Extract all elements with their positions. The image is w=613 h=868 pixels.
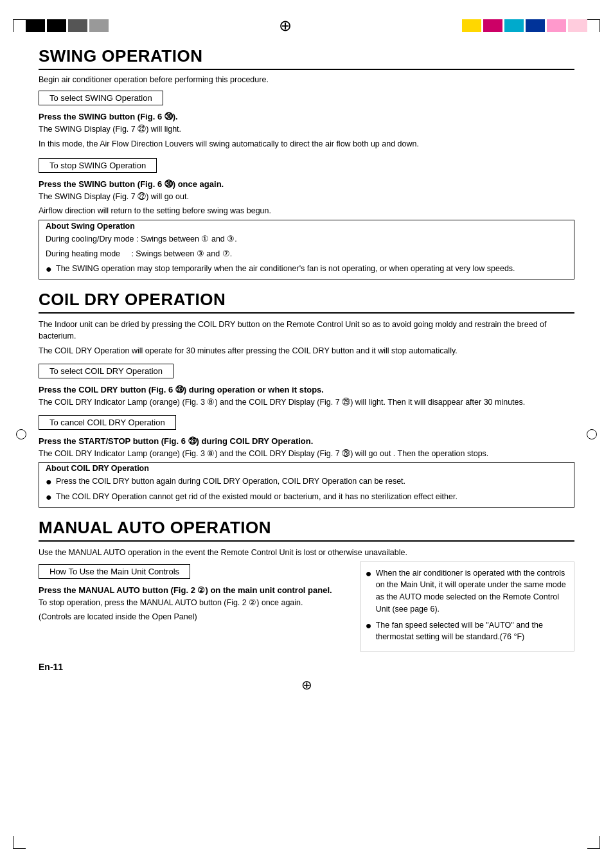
coil-dry-title: COIL DRY OPERATION <box>39 290 574 314</box>
about-swing-line2: During heating mode : Swings between ③ a… <box>46 248 567 260</box>
manual-auto-left-col: How To Use the Main Unit Controls Press … <box>39 562 350 626</box>
manual-auto-note2: ● The fan speed selected will be "AUTO" … <box>366 619 569 644</box>
about-coildry-box: About COIL DRY Operation ● Press the COI… <box>39 462 574 507</box>
color-block-cyan <box>504 19 524 32</box>
manual-auto-note1-text: When the air conditioner is operated wit… <box>376 567 569 616</box>
side-reg-right <box>587 429 597 439</box>
color-block-black1 <box>26 19 45 32</box>
bullet-dot-icon-5: ● <box>366 619 376 632</box>
color-block-pink <box>547 19 566 32</box>
corner-mark-tr <box>587 19 600 32</box>
color-block-lgray <box>89 19 109 32</box>
coildry-bullet1: ● Press the COIL DRY button again during… <box>46 475 567 488</box>
color-block-lightpink <box>568 19 587 32</box>
swing-operation-section: SWING OPERATION Begin air conditioner op… <box>39 46 574 279</box>
select-swing-box: To select SWING Operation <box>39 91 163 105</box>
select-swing-text2: In this mode, the Air Flow Direction Lou… <box>39 138 574 150</box>
how-to-box: How To Use the Main Unit Controls <box>39 564 190 579</box>
select-swing-label: To select SWING Operation <box>49 93 152 103</box>
cancel-coildry-label: To cancel COIL DRY Operation <box>49 418 165 427</box>
manual-auto-note1: ● When the air conditioner is operated w… <box>366 567 569 616</box>
coildry-bullet2-text: The COIL DRY Operation cannot get rid of… <box>56 491 458 503</box>
select-swing-text1: The SWING Display (Fig. 7 ㉒) will light. <box>39 123 574 136</box>
bullet-dot-icon-3: ● <box>46 491 56 503</box>
manual-auto-note2-text: The fan speed selected will be "AUTO" an… <box>376 619 569 644</box>
top-bar: ⊕ <box>0 13 613 39</box>
stop-swing-text2: Airflow direction will return to the set… <box>39 205 574 217</box>
manual-auto-press-heading: Press the MANUAL AUTO button (Fig. 2 ②) … <box>39 585 350 595</box>
coil-dry-intro2: The COIL DRY Operation will operate for … <box>39 345 574 357</box>
stop-swing-text1: The SWING Display (Fig. 7 ㉒) will go out… <box>39 191 574 203</box>
cancel-coildry-box: To cancel COIL DRY Operation <box>39 415 176 430</box>
select-coildry-heading: Press the COIL DRY button (Fig. 6 ㉘) dur… <box>39 385 574 394</box>
about-swing-bullet1: ● The SWING operation may stop temporari… <box>46 263 567 275</box>
color-block-black2 <box>47 19 66 32</box>
top-reg-mark: ⊕ <box>279 17 292 35</box>
color-block-yellow <box>462 19 481 32</box>
coildry-bullet1-text: Press the COIL DRY button again during C… <box>56 475 405 488</box>
right-color-bar <box>462 19 587 32</box>
manual-auto-right-col: ● When the air conditioner is operated w… <box>360 562 574 652</box>
bottom-reg-mark: ⊕ <box>0 677 613 693</box>
corner-mark-bl <box>13 836 26 849</box>
about-swing-line1: During cooling/Dry mode : Swings between… <box>46 233 567 245</box>
about-swing-bullet1-text: The SWING operation may stop temporarily… <box>56 263 515 275</box>
swing-intro: Begin air conditioner operation before p… <box>39 75 574 84</box>
manual-auto-two-col: How To Use the Main Unit Controls Press … <box>39 562 574 652</box>
coil-dry-section: COIL DRY OPERATION The Indoor unit can b… <box>39 290 574 508</box>
about-swing-box: About Swing Operation During cooling/Dry… <box>39 220 574 279</box>
how-to-label: How To Use the Main Unit Controls <box>49 567 179 576</box>
stop-swing-box: To stop SWING Operation <box>39 158 157 173</box>
about-coildry-title: About COIL DRY Operation <box>46 464 567 473</box>
bullet-dot-icon: ● <box>46 263 56 275</box>
select-coildry-text: The COIL DRY Indicator Lamp (orange) (Fi… <box>39 396 574 409</box>
manual-auto-section: MANUAL AUTO OPERATION Use the MANUAL AUT… <box>39 518 574 651</box>
stop-swing-heading: Press the SWING button (Fig. 6 ㉚) once a… <box>39 179 574 189</box>
about-swing-title: About Swing Operation <box>46 222 567 231</box>
side-reg-left <box>16 429 26 439</box>
swing-operation-title: SWING OPERATION <box>39 46 574 70</box>
page-container: ⊕ SWING OPERATION Begin air conditioner … <box>0 0 613 868</box>
select-coildry-label: To select COIL DRY Operation <box>49 366 163 376</box>
corner-mark-tl <box>13 19 26 32</box>
select-swing-heading: Press the SWING button (Fig. 6 ㉚). <box>39 112 574 121</box>
manual-auto-press-text1: To stop operation, press the MANUAL AUTO… <box>39 597 350 609</box>
bullet-dot-icon-4: ● <box>366 567 376 580</box>
bullet-dot-icon-2: ● <box>46 475 56 488</box>
color-block-magenta <box>483 19 502 32</box>
page-number: En-11 <box>39 662 574 672</box>
manual-auto-intro: Use the MANUAL AUTO operation in the eve… <box>39 547 574 559</box>
left-color-bar <box>26 19 109 32</box>
manual-auto-title: MANUAL AUTO OPERATION <box>39 518 574 542</box>
cancel-coildry-text: The COIL DRY Indicator Lamp (orange) (Fi… <box>39 448 574 460</box>
corner-mark-br <box>587 836 600 849</box>
select-coildry-box: To select COIL DRY Operation <box>39 364 173 378</box>
main-content: SWING OPERATION Begin air conditioner op… <box>39 46 574 672</box>
color-block-dgray <box>68 19 87 32</box>
cancel-coildry-heading: Press the START/STOP button (Fig. 6 ㉙) d… <box>39 436 574 446</box>
manual-auto-press-text2: (Controls are located inside the Open Pa… <box>39 611 350 623</box>
stop-swing-label: To stop SWING Operation <box>49 161 146 170</box>
coil-dry-intro1: The Indoor unit can be dried by pressing… <box>39 319 574 343</box>
coildry-bullet2: ● The COIL DRY Operation cannot get rid … <box>46 491 567 503</box>
color-block-darkblue <box>526 19 545 32</box>
